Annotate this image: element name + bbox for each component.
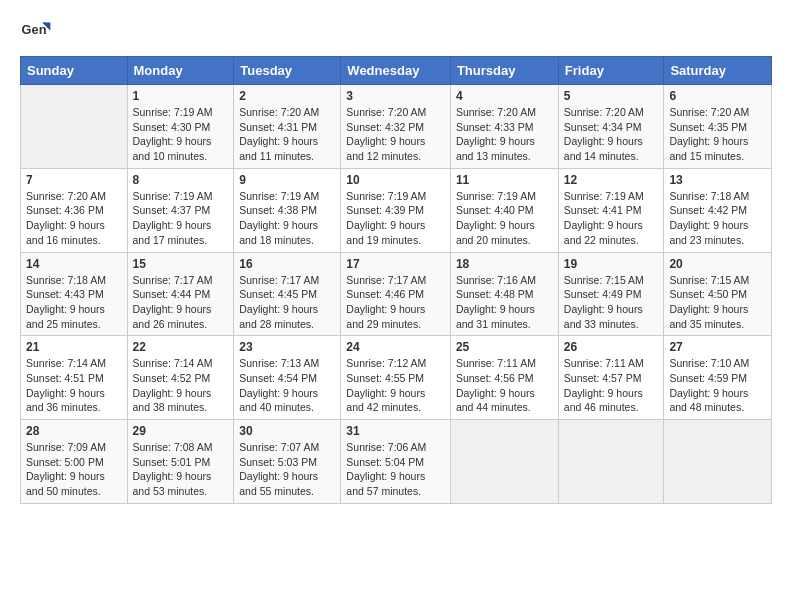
- weekday-header-monday: Monday: [127, 57, 234, 85]
- calendar-cell: 25Sunrise: 7:11 AM Sunset: 4:56 PM Dayli…: [450, 336, 558, 420]
- calendar-cell: 8Sunrise: 7:19 AM Sunset: 4:37 PM Daylig…: [127, 168, 234, 252]
- day-number: 18: [456, 257, 553, 271]
- day-number: 13: [669, 173, 766, 187]
- calendar-cell: 12Sunrise: 7:19 AM Sunset: 4:41 PM Dayli…: [558, 168, 664, 252]
- svg-text:Gen: Gen: [22, 22, 47, 37]
- calendar-cell: 6Sunrise: 7:20 AM Sunset: 4:35 PM Daylig…: [664, 85, 772, 169]
- day-info: Sunrise: 7:20 AM Sunset: 4:34 PM Dayligh…: [564, 105, 659, 164]
- calendar-cell: 10Sunrise: 7:19 AM Sunset: 4:39 PM Dayli…: [341, 168, 451, 252]
- day-info: Sunrise: 7:14 AM Sunset: 4:52 PM Dayligh…: [133, 356, 229, 415]
- calendar-cell: 28Sunrise: 7:09 AM Sunset: 5:00 PM Dayli…: [21, 420, 128, 504]
- calendar-cell: [664, 420, 772, 504]
- day-info: Sunrise: 7:19 AM Sunset: 4:38 PM Dayligh…: [239, 189, 335, 248]
- day-number: 19: [564, 257, 659, 271]
- day-info: Sunrise: 7:16 AM Sunset: 4:48 PM Dayligh…: [456, 273, 553, 332]
- calendar-cell: 23Sunrise: 7:13 AM Sunset: 4:54 PM Dayli…: [234, 336, 341, 420]
- day-info: Sunrise: 7:19 AM Sunset: 4:39 PM Dayligh…: [346, 189, 445, 248]
- day-number: 24: [346, 340, 445, 354]
- day-number: 15: [133, 257, 229, 271]
- day-number: 25: [456, 340, 553, 354]
- day-number: 21: [26, 340, 122, 354]
- calendar-cell: 31Sunrise: 7:06 AM Sunset: 5:04 PM Dayli…: [341, 420, 451, 504]
- day-number: 9: [239, 173, 335, 187]
- calendar-cell: [21, 85, 128, 169]
- calendar-week-2: 7Sunrise: 7:20 AM Sunset: 4:36 PM Daylig…: [21, 168, 772, 252]
- day-number: 11: [456, 173, 553, 187]
- day-number: 10: [346, 173, 445, 187]
- calendar-week-5: 28Sunrise: 7:09 AM Sunset: 5:00 PM Dayli…: [21, 420, 772, 504]
- day-number: 3: [346, 89, 445, 103]
- calendar-cell: 26Sunrise: 7:11 AM Sunset: 4:57 PM Dayli…: [558, 336, 664, 420]
- day-number: 5: [564, 89, 659, 103]
- day-info: Sunrise: 7:20 AM Sunset: 4:33 PM Dayligh…: [456, 105, 553, 164]
- day-number: 20: [669, 257, 766, 271]
- logo: Gen: [20, 16, 56, 48]
- calendar-cell: 11Sunrise: 7:19 AM Sunset: 4:40 PM Dayli…: [450, 168, 558, 252]
- calendar-cell: 2Sunrise: 7:20 AM Sunset: 4:31 PM Daylig…: [234, 85, 341, 169]
- day-info: Sunrise: 7:06 AM Sunset: 5:04 PM Dayligh…: [346, 440, 445, 499]
- calendar-week-1: 1Sunrise: 7:19 AM Sunset: 4:30 PM Daylig…: [21, 85, 772, 169]
- day-number: 26: [564, 340, 659, 354]
- page-header: Gen: [20, 16, 772, 48]
- calendar-cell: 4Sunrise: 7:20 AM Sunset: 4:33 PM Daylig…: [450, 85, 558, 169]
- day-info: Sunrise: 7:15 AM Sunset: 4:50 PM Dayligh…: [669, 273, 766, 332]
- day-number: 23: [239, 340, 335, 354]
- calendar-cell: 15Sunrise: 7:17 AM Sunset: 4:44 PM Dayli…: [127, 252, 234, 336]
- calendar-cell: 20Sunrise: 7:15 AM Sunset: 4:50 PM Dayli…: [664, 252, 772, 336]
- day-info: Sunrise: 7:19 AM Sunset: 4:41 PM Dayligh…: [564, 189, 659, 248]
- day-info: Sunrise: 7:19 AM Sunset: 4:40 PM Dayligh…: [456, 189, 553, 248]
- calendar-cell: 19Sunrise: 7:15 AM Sunset: 4:49 PM Dayli…: [558, 252, 664, 336]
- day-info: Sunrise: 7:13 AM Sunset: 4:54 PM Dayligh…: [239, 356, 335, 415]
- day-info: Sunrise: 7:07 AM Sunset: 5:03 PM Dayligh…: [239, 440, 335, 499]
- calendar-cell: 16Sunrise: 7:17 AM Sunset: 4:45 PM Dayli…: [234, 252, 341, 336]
- calendar-cell: 24Sunrise: 7:12 AM Sunset: 4:55 PM Dayli…: [341, 336, 451, 420]
- weekday-header-saturday: Saturday: [664, 57, 772, 85]
- day-number: 16: [239, 257, 335, 271]
- calendar-cell: 14Sunrise: 7:18 AM Sunset: 4:43 PM Dayli…: [21, 252, 128, 336]
- day-number: 1: [133, 89, 229, 103]
- calendar-cell: 3Sunrise: 7:20 AM Sunset: 4:32 PM Daylig…: [341, 85, 451, 169]
- calendar-week-4: 21Sunrise: 7:14 AM Sunset: 4:51 PM Dayli…: [21, 336, 772, 420]
- calendar-cell: 27Sunrise: 7:10 AM Sunset: 4:59 PM Dayli…: [664, 336, 772, 420]
- day-number: 30: [239, 424, 335, 438]
- calendar-cell: 5Sunrise: 7:20 AM Sunset: 4:34 PM Daylig…: [558, 85, 664, 169]
- calendar-table: SundayMondayTuesdayWednesdayThursdayFrid…: [20, 56, 772, 504]
- day-info: Sunrise: 7:17 AM Sunset: 4:46 PM Dayligh…: [346, 273, 445, 332]
- calendar-cell: 13Sunrise: 7:18 AM Sunset: 4:42 PM Dayli…: [664, 168, 772, 252]
- calendar-cell: 9Sunrise: 7:19 AM Sunset: 4:38 PM Daylig…: [234, 168, 341, 252]
- day-info: Sunrise: 7:14 AM Sunset: 4:51 PM Dayligh…: [26, 356, 122, 415]
- day-info: Sunrise: 7:20 AM Sunset: 4:31 PM Dayligh…: [239, 105, 335, 164]
- day-number: 22: [133, 340, 229, 354]
- day-info: Sunrise: 7:10 AM Sunset: 4:59 PM Dayligh…: [669, 356, 766, 415]
- weekday-header-friday: Friday: [558, 57, 664, 85]
- day-info: Sunrise: 7:19 AM Sunset: 4:30 PM Dayligh…: [133, 105, 229, 164]
- day-info: Sunrise: 7:15 AM Sunset: 4:49 PM Dayligh…: [564, 273, 659, 332]
- calendar-cell: 1Sunrise: 7:19 AM Sunset: 4:30 PM Daylig…: [127, 85, 234, 169]
- calendar-cell: 17Sunrise: 7:17 AM Sunset: 4:46 PM Dayli…: [341, 252, 451, 336]
- weekday-header-thursday: Thursday: [450, 57, 558, 85]
- weekday-header-row: SundayMondayTuesdayWednesdayThursdayFrid…: [21, 57, 772, 85]
- day-info: Sunrise: 7:11 AM Sunset: 4:57 PM Dayligh…: [564, 356, 659, 415]
- calendar-cell: 7Sunrise: 7:20 AM Sunset: 4:36 PM Daylig…: [21, 168, 128, 252]
- day-info: Sunrise: 7:12 AM Sunset: 4:55 PM Dayligh…: [346, 356, 445, 415]
- day-info: Sunrise: 7:18 AM Sunset: 4:42 PM Dayligh…: [669, 189, 766, 248]
- calendar-cell: [558, 420, 664, 504]
- calendar-cell: 22Sunrise: 7:14 AM Sunset: 4:52 PM Dayli…: [127, 336, 234, 420]
- day-number: 6: [669, 89, 766, 103]
- weekday-header-tuesday: Tuesday: [234, 57, 341, 85]
- day-number: 17: [346, 257, 445, 271]
- day-number: 29: [133, 424, 229, 438]
- day-number: 4: [456, 89, 553, 103]
- calendar-cell: 21Sunrise: 7:14 AM Sunset: 4:51 PM Dayli…: [21, 336, 128, 420]
- day-number: 2: [239, 89, 335, 103]
- logo-icon: Gen: [20, 16, 52, 48]
- day-info: Sunrise: 7:19 AM Sunset: 4:37 PM Dayligh…: [133, 189, 229, 248]
- calendar-cell: 30Sunrise: 7:07 AM Sunset: 5:03 PM Dayli…: [234, 420, 341, 504]
- day-info: Sunrise: 7:08 AM Sunset: 5:01 PM Dayligh…: [133, 440, 229, 499]
- day-number: 31: [346, 424, 445, 438]
- calendar-week-3: 14Sunrise: 7:18 AM Sunset: 4:43 PM Dayli…: [21, 252, 772, 336]
- weekday-header-sunday: Sunday: [21, 57, 128, 85]
- weekday-header-wednesday: Wednesday: [341, 57, 451, 85]
- calendar-cell: [450, 420, 558, 504]
- day-number: 12: [564, 173, 659, 187]
